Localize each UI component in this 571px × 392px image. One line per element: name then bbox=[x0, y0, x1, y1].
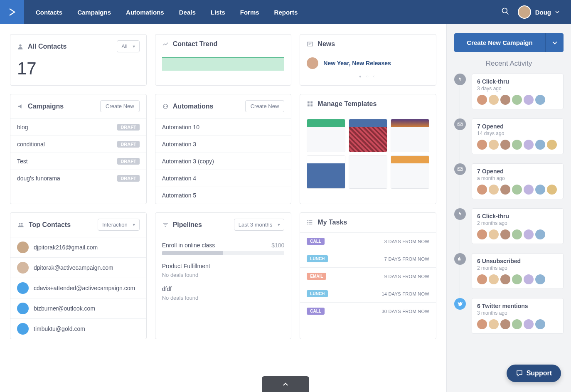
carousel-dots[interactable]: ● ○ ○ bbox=[307, 74, 429, 79]
user-menu[interactable]: Doug bbox=[518, 5, 559, 19]
task-when: 7 DAYS FROM NOW bbox=[384, 256, 429, 261]
template-thumb[interactable] bbox=[349, 155, 387, 189]
nav-automations[interactable]: Automations bbox=[126, 9, 164, 16]
avatar bbox=[477, 140, 487, 150]
nav-deals[interactable]: Deals bbox=[179, 9, 196, 16]
pipeline-item[interactable]: Enroll in online class$100 bbox=[162, 242, 285, 255]
top-contacts-filter[interactable]: Interaction bbox=[98, 219, 140, 231]
create-automation-button[interactable]: Create New bbox=[245, 100, 285, 112]
campaign-row[interactable]: blogDRAFT bbox=[10, 118, 146, 136]
create-campaign-dropdown[interactable] bbox=[545, 33, 564, 52]
template-thumb[interactable] bbox=[307, 155, 345, 189]
task-row[interactable]: EMAIL9 DAYS FROM NOW bbox=[300, 267, 436, 285]
automation-name: Automation 3 bbox=[162, 141, 197, 148]
template-thumb[interactable] bbox=[307, 119, 345, 152]
news-headline[interactable]: New Year, New Releases bbox=[323, 60, 391, 67]
card-title: Campaigns bbox=[28, 103, 64, 110]
contact-row[interactable]: timbuktu@gold.com bbox=[10, 318, 146, 339]
automation-row[interactable]: Automation 3 (copy) bbox=[155, 153, 291, 170]
automation-row[interactable]: Automation 5 bbox=[155, 187, 291, 204]
avatar bbox=[535, 229, 545, 239]
svg-rect-2 bbox=[308, 42, 313, 46]
task-row[interactable]: CALL30 DAYS FROM NOW bbox=[300, 302, 436, 320]
contact-row[interactable]: djpitorak216@gmail.com bbox=[10, 237, 146, 257]
task-row[interactable]: LUNCH7 DAYS FROM NOW bbox=[300, 250, 436, 267]
activity-item[interactable]: 6 Twitter mentions3 months ago bbox=[454, 298, 564, 334]
avatar bbox=[547, 140, 557, 150]
avatar bbox=[524, 185, 534, 195]
status-badge: DRAFT bbox=[117, 158, 139, 165]
activity-item[interactable]: 7 Opened14 days ago bbox=[454, 118, 564, 154]
contact-row[interactable]: bizburner@outlook.com bbox=[10, 298, 146, 318]
pipelines-card: Pipelines Last 3 months Enroll in online… bbox=[155, 212, 292, 339]
contact-row[interactable]: cdavis+attended@activecampaign.com bbox=[10, 278, 146, 298]
avatar bbox=[535, 274, 545, 284]
contact-email: cdavis+attended@activecampaign.com bbox=[34, 285, 135, 291]
contacts-filter[interactable]: All bbox=[117, 40, 139, 52]
pipelines-filter[interactable]: Last 3 months bbox=[234, 219, 285, 231]
task-row[interactable]: LUNCH14 DAYS FROM NOW bbox=[300, 285, 436, 302]
template-grid bbox=[300, 114, 436, 195]
activity-title: 6 Twitter mentions bbox=[477, 303, 558, 309]
bottom-tray[interactable] bbox=[262, 376, 309, 392]
campaign-row[interactable]: TestDRAFT bbox=[10, 153, 146, 170]
template-thumb[interactable] bbox=[349, 119, 387, 152]
task-row[interactable]: CALL3 DAYS FROM NOW bbox=[300, 232, 436, 250]
avatar bbox=[489, 274, 499, 284]
activity-when: 14 days ago bbox=[477, 131, 558, 136]
avatar bbox=[307, 57, 318, 69]
nav-forms[interactable]: Forms bbox=[240, 9, 259, 16]
pipeline-item[interactable]: Product FulfillmentNo deals found bbox=[162, 263, 285, 278]
support-button[interactable]: Support bbox=[507, 365, 561, 382]
activity-item[interactable]: 6 Click-thru3 days ago bbox=[454, 74, 564, 109]
template-thumb[interactable] bbox=[391, 155, 429, 189]
svg-point-10 bbox=[307, 222, 308, 223]
activity-item[interactable]: 6 Click-thru2 months ago bbox=[454, 208, 564, 244]
avatar bbox=[477, 274, 487, 284]
activity-title: 6 Click-thru bbox=[477, 78, 558, 85]
nav-contacts[interactable]: Contacts bbox=[36, 9, 62, 16]
activity-item[interactable]: 7 Openeda month ago bbox=[454, 163, 564, 199]
pipeline-item[interactable]: dfdfNo deals found bbox=[162, 286, 285, 301]
activity-avatars bbox=[477, 140, 558, 150]
tasks-card: My Tasks CALL3 DAYS FROM NOWLUNCH7 DAYS … bbox=[300, 212, 436, 339]
activity-sidebar: Create New Campaign Recent Activity 6 Cl… bbox=[446, 24, 571, 392]
nav-campaigns[interactable]: Campaigns bbox=[77, 9, 111, 16]
contact-row[interactable]: dpitorak@activecampaign.com bbox=[10, 257, 146, 278]
nav-lists[interactable]: Lists bbox=[211, 9, 225, 16]
avatar bbox=[512, 95, 522, 105]
support-label: Support bbox=[527, 370, 552, 377]
automation-name: Automation 5 bbox=[162, 192, 197, 199]
avatar bbox=[477, 319, 487, 329]
automations-card: Automations Create New Automation 10Auto… bbox=[155, 94, 292, 204]
card-title: Automations bbox=[173, 103, 214, 110]
activity-item[interactable]: 6 Unsubscribed2 months ago bbox=[454, 253, 564, 289]
grid-icon bbox=[307, 101, 313, 107]
template-thumb[interactable] bbox=[391, 119, 429, 152]
news-item[interactable]: New Year, New Releases bbox=[307, 57, 429, 69]
create-campaign-button[interactable]: Create New Campaign bbox=[454, 33, 545, 52]
svg-rect-4 bbox=[311, 101, 313, 104]
avatar bbox=[489, 95, 499, 105]
svg-point-1 bbox=[19, 44, 21, 46]
task-tag: LUNCH bbox=[307, 290, 328, 297]
automation-name: Automation 3 (copy) bbox=[162, 158, 214, 165]
person-icon bbox=[17, 43, 24, 50]
logo[interactable] bbox=[0, 0, 24, 24]
search-icon[interactable] bbox=[501, 7, 509, 17]
campaign-row[interactable]: conditionalDRAFT bbox=[10, 136, 146, 153]
main-nav: ContactsCampaignsAutomationsDealsListsFo… bbox=[36, 9, 298, 16]
campaign-row[interactable]: doug's funoramaDRAFT bbox=[10, 170, 146, 187]
avatar bbox=[477, 95, 487, 105]
automation-row[interactable]: Automation 4 bbox=[155, 170, 291, 187]
top-contacts-card: Top Contacts Interaction djpitorak216@gm… bbox=[10, 212, 147, 339]
automation-row[interactable]: Automation 3 bbox=[155, 136, 291, 153]
create-campaign-button[interactable]: Create New bbox=[100, 100, 140, 112]
svg-point-9 bbox=[307, 220, 308, 221]
avatar bbox=[512, 319, 522, 329]
avatar bbox=[524, 274, 534, 284]
automation-row[interactable]: Automation 10 bbox=[155, 118, 291, 136]
task-tag: CALL bbox=[307, 308, 325, 315]
card-title: News bbox=[317, 40, 335, 48]
nav-reports[interactable]: Reports bbox=[274, 9, 298, 16]
